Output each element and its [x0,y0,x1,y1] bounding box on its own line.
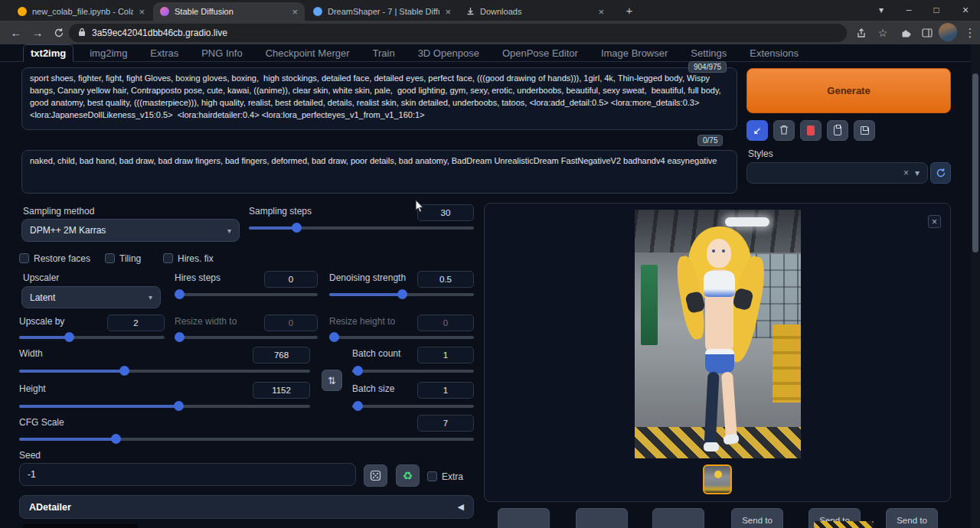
tab-close-icon[interactable]: × [598,6,604,18]
hires-steps-input[interactable]: 0 [264,271,318,288]
share-icon[interactable] [851,23,871,42]
save-button[interactable] [498,508,550,528]
resize-width-input[interactable]: 0 [264,315,318,331]
tab-close-icon[interactable]: × [445,6,451,18]
browser-tab-strip: new_colab_file.ipynb - Colaborat × Stabl… [0,0,980,21]
batch-size-slider[interactable] [352,400,474,412]
hires-fix-checkbox[interactable] [163,253,173,263]
clear-prompt-button[interactable] [773,120,795,141]
browser-tab-dreamshaper[interactable]: DreamShaper - 7 | Stable Diffusi × [306,2,458,21]
tab-extensions[interactable]: Extensions [743,45,805,61]
gallery-thumbnail[interactable] [703,464,732,494]
sampling-steps-label: Sampling steps [249,206,312,217]
cfg-scale-input[interactable]: 7 [417,415,474,432]
hires-steps-slider[interactable] [175,288,318,300]
window-maximize-button[interactable]: □ [923,0,949,20]
window-close-button[interactable]: × [952,0,978,20]
tab-extras[interactable]: Extras [143,45,185,61]
refresh-styles-button[interactable] [930,162,951,184]
browser-menu-icon[interactable]: ⋮ [960,23,980,42]
width-input[interactable]: 768 [253,347,310,363]
browser-tab-colab[interactable]: new_colab_file.ipynb - Colaborat × [11,2,152,21]
swap-dimensions-button[interactable]: ⇅ [322,370,342,391]
upscale-by-slider[interactable] [19,331,165,343]
chevron-down-icon: ▾ [149,293,152,301]
reuse-seed-button[interactable]: ♻ [396,464,420,487]
screen: new_colab_file.ipynb - Colaborat × Stabl… [0,0,980,528]
negative-prompt-input[interactable]: naked, child, bad hand, bad draw, bad dr… [21,150,737,194]
send-button-3[interactable] [652,508,704,528]
side-panel-icon[interactable] [917,23,937,42]
upscale-by-input[interactable]: 2 [107,315,165,331]
sampling-method-dropdown[interactable]: DPM++ 2M Karras ▾ [21,219,240,242]
denoising-strength-input[interactable]: 0.5 [417,271,474,288]
width-slider[interactable] [19,365,310,376]
restore-faces-checkbox[interactable] [19,253,29,263]
extra-seed-checkbox[interactable] [427,471,437,481]
tab-img2img[interactable]: img2img [83,45,134,61]
browser-tab-downloads[interactable]: Downloads × [459,2,611,21]
tab-close-icon[interactable]: × [139,6,145,18]
save-style-button[interactable] [854,120,875,141]
seed-input[interactable] [19,463,356,486]
random-seed-button[interactable] [364,464,387,487]
prompt-token-counter: 904/975 [688,61,727,73]
tab-image-browser[interactable]: Image Browser [594,45,675,61]
tab-title: new_colab_file.ipynb - Colaborat [32,7,133,16]
denoising-strength-label: Denoising strength [329,272,406,283]
send-to-img2img-button[interactable]: Send to [731,508,783,528]
resize-height-label: Resize height to [329,316,395,327]
tab-txt2img[interactable]: txt2img [23,44,74,62]
tab-openpose-editor[interactable]: OpenPose Editor [495,45,585,61]
resize-width-label: Resize width to [175,316,237,327]
new-tab-button[interactable]: + [619,0,640,20]
denoising-strength-slider[interactable] [329,288,474,300]
batch-count-input[interactable]: 1 [417,347,474,363]
scrollbar-thumb[interactable] [972,73,978,253]
chevron-down-icon: ▾ [227,227,231,235]
restore-faces-label: Restore faces [34,253,90,264]
address-bar[interactable]: 3a59ec42041dbb46cb.gradio.live [69,24,847,42]
extra-networks-button[interactable] [800,120,822,141]
height-slider[interactable] [19,400,310,412]
apply-style-button[interactable] [827,120,848,141]
height-input[interactable]: 1152 [253,382,310,399]
sampling-steps-input[interactable]: 30 [417,204,474,221]
tab-checkpoint-merger[interactable]: Checkpoint Merger [259,45,357,61]
gallery-close-icon[interactable]: × [928,215,941,228]
extensions-puzzle-icon[interactable] [896,23,916,42]
back-icon[interactable]: ← [6,23,26,42]
resize-height-slider[interactable] [329,331,474,343]
adetailer-accordion[interactable]: ADetailer ◀ [19,495,474,519]
styles-dropdown[interactable]: × ▾ [746,162,928,184]
batch-count-slider[interactable] [352,365,474,376]
tab-close-icon[interactable]: × [292,6,298,18]
clear-selection-icon[interactable]: × [903,168,909,178]
reload-icon[interactable] [49,23,69,42]
batch-size-input[interactable]: 1 [417,382,474,399]
prompt-input[interactable]: sport shoes, fighter, fight, fight Glove… [21,67,737,130]
bookmark-star-icon[interactable]: ☆ [873,23,893,42]
floppy-icon [861,126,869,135]
paste-icon: ↙ [753,125,762,136]
forward-icon[interactable]: → [28,23,47,42]
tiling-checkbox[interactable] [105,253,115,263]
resize-width-slider[interactable] [175,331,318,343]
resize-height-input[interactable]: 0 [417,315,474,331]
tab-png-info[interactable]: PNG Info [194,45,249,61]
generated-image[interactable] [635,210,801,458]
zip-button[interactable] [576,508,628,528]
window-minimize-button[interactable]: – [896,0,922,20]
tab-train[interactable]: Train [366,45,402,61]
paste-params-button[interactable]: ↙ [746,120,768,141]
tab-settings[interactable]: Settings [684,45,733,61]
tab-3d-openpose[interactable]: 3D Openpose [411,45,486,61]
sampling-steps-slider[interactable] [249,222,474,233]
generate-button[interactable]: Generate [746,68,951,113]
profile-avatar[interactable] [939,23,957,41]
tab-search-icon[interactable]: ▾ [868,0,894,20]
upscaler-dropdown[interactable]: Latent ▾ [21,286,161,308]
browser-tab-stable-diffusion[interactable]: Stable Diffusion × [153,2,305,21]
send-to-extras-button[interactable]: Send to [886,508,938,528]
cfg-scale-slider[interactable] [19,433,474,445]
